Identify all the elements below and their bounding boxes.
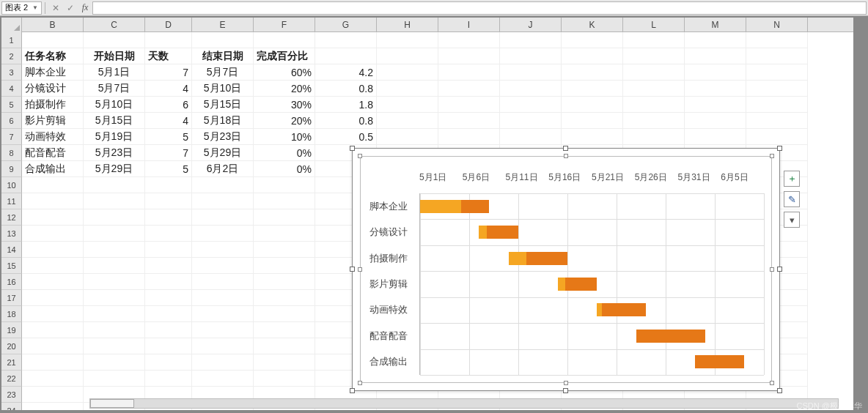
- row-header-19[interactable]: 19: [1, 322, 22, 338]
- cell-H7[interactable]: [377, 129, 438, 145]
- cell-D16[interactable]: [145, 274, 192, 290]
- cell-N6[interactable]: [746, 113, 808, 129]
- resize-handle[interactable]: [563, 388, 568, 393]
- cell-C2[interactable]: 开始日期: [84, 48, 145, 64]
- row-header-6[interactable]: 6: [1, 113, 22, 129]
- cell-F14[interactable]: [254, 242, 315, 258]
- cell-D8[interactable]: 7: [145, 145, 192, 161]
- row-header-13[interactable]: 13: [1, 226, 22, 242]
- cell-F11[interactable]: [254, 193, 315, 209]
- cell-B9[interactable]: 合成输出: [22, 161, 84, 177]
- col-header-M[interactable]: M: [685, 18, 746, 32]
- cell-B5[interactable]: 拍摄制作: [22, 97, 84, 113]
- gantt-bar[interactable]: [420, 252, 764, 265]
- row-header-14[interactable]: 14: [1, 242, 22, 258]
- plot-handle[interactable]: [770, 381, 774, 385]
- row-header-4[interactable]: 4: [1, 81, 22, 97]
- cell-D13[interactable]: [145, 226, 192, 242]
- row-header-16[interactable]: 16: [1, 274, 22, 290]
- cell-C15[interactable]: [84, 258, 145, 274]
- cell-B23[interactable]: [22, 387, 84, 403]
- cell-C13[interactable]: [84, 226, 145, 242]
- cell-C19[interactable]: [84, 322, 145, 338]
- cell-L4[interactable]: [623, 81, 685, 97]
- col-header-K[interactable]: K: [562, 18, 623, 32]
- cell-F16[interactable]: [254, 274, 315, 290]
- cell-E4[interactable]: 5月10日: [192, 81, 254, 97]
- chart-brush-icon[interactable]: ✎: [784, 191, 800, 207]
- cell-D4[interactable]: 4: [145, 81, 192, 97]
- cell-G2[interactable]: [315, 48, 377, 64]
- cell-B3[interactable]: 脚本企业: [22, 64, 84, 81]
- cell-C8[interactable]: 5月23日: [84, 145, 145, 161]
- cell-G6[interactable]: 0.8: [315, 113, 377, 129]
- col-header-J[interactable]: J: [500, 18, 562, 32]
- cell-F17[interactable]: [254, 290, 315, 306]
- cell-E16[interactable]: [192, 274, 254, 290]
- cell-E8[interactable]: 5月29日: [192, 145, 254, 161]
- plot-handle[interactable]: [358, 381, 362, 385]
- resize-handle[interactable]: [350, 146, 355, 151]
- col-header-I[interactable]: I: [438, 18, 500, 32]
- cell-N2[interactable]: [746, 48, 808, 64]
- cell-F9[interactable]: 0%: [254, 161, 315, 177]
- cell-F21[interactable]: [254, 354, 315, 371]
- cell-B13[interactable]: [22, 226, 84, 242]
- cell-B17[interactable]: [22, 290, 84, 306]
- formula-input[interactable]: [92, 1, 867, 15]
- cell-F15[interactable]: [254, 258, 315, 274]
- row-header-5[interactable]: 5: [1, 97, 22, 113]
- cell-D5[interactable]: 6: [145, 97, 192, 113]
- cell-F5[interactable]: 30%: [254, 97, 315, 113]
- cell-G4[interactable]: 0.8: [315, 81, 377, 97]
- cell-K5[interactable]: [562, 97, 623, 113]
- row-header-23[interactable]: 23: [1, 387, 22, 403]
- cell-D15[interactable]: [145, 258, 192, 274]
- cancel-icon[interactable]: ✕: [50, 3, 62, 13]
- col-header-B[interactable]: B: [22, 18, 84, 32]
- cell-L3[interactable]: [623, 64, 685, 81]
- cell-F7[interactable]: 10%: [254, 129, 315, 145]
- fx-icon[interactable]: fx: [79, 2, 91, 13]
- cell-J2[interactable]: [500, 48, 562, 64]
- cell-E20[interactable]: [192, 338, 254, 354]
- cell-I5[interactable]: [438, 97, 500, 113]
- cell-D22[interactable]: [145, 371, 192, 387]
- cell-E18[interactable]: [192, 306, 254, 322]
- row-header-21[interactable]: 21: [1, 354, 22, 371]
- cell-E12[interactable]: [192, 209, 254, 226]
- cell-D7[interactable]: 5: [145, 129, 192, 145]
- cell-C1[interactable]: [84, 32, 145, 48]
- gantt-bar[interactable]: [420, 278, 764, 291]
- row-header-7[interactable]: 7: [1, 129, 22, 145]
- cell-F20[interactable]: [254, 338, 315, 354]
- scrollbar-thumb[interactable]: [90, 399, 134, 408]
- cell-C7[interactable]: 5月19日: [84, 129, 145, 145]
- resize-handle[interactable]: [777, 388, 782, 393]
- cell-C16[interactable]: [84, 274, 145, 290]
- cell-C3[interactable]: 5月1日: [84, 64, 145, 81]
- cell-D18[interactable]: [145, 306, 192, 322]
- cell-L7[interactable]: [623, 129, 685, 145]
- row-header-18[interactable]: 18: [1, 306, 22, 322]
- chart-plus-icon[interactable]: ＋: [784, 171, 800, 187]
- row-header-9[interactable]: 9: [1, 161, 22, 177]
- cell-C18[interactable]: [84, 306, 145, 322]
- cell-M3[interactable]: [685, 64, 746, 81]
- cell-D3[interactable]: 7: [145, 64, 192, 81]
- cell-B15[interactable]: [22, 258, 84, 274]
- row-header-22[interactable]: 22: [1, 371, 22, 387]
- col-header-N[interactable]: N: [746, 18, 808, 32]
- cell-L6[interactable]: [623, 113, 685, 129]
- cell-B16[interactable]: [22, 274, 84, 290]
- cell-H2[interactable]: [377, 48, 438, 64]
- cell-L1[interactable]: [623, 32, 685, 48]
- cell-M5[interactable]: [685, 97, 746, 113]
- cell-D12[interactable]: [145, 209, 192, 226]
- cell-E15[interactable]: [192, 258, 254, 274]
- cell-G3[interactable]: 4.2: [315, 64, 377, 81]
- cell-E10[interactable]: [192, 177, 254, 193]
- gantt-bar[interactable]: [420, 355, 764, 368]
- cell-M4[interactable]: [685, 81, 746, 97]
- confirm-icon[interactable]: ✓: [65, 3, 76, 13]
